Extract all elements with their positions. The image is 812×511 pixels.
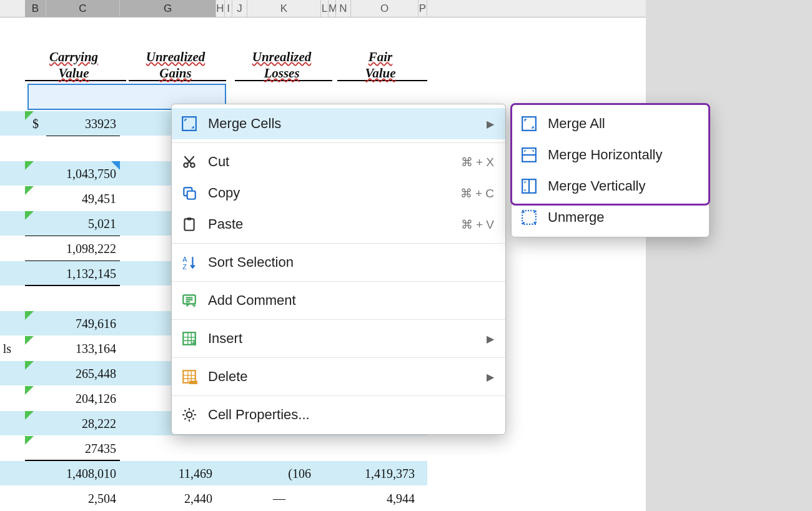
svg-text:A: A — [182, 255, 187, 263]
colhead-k[interactable]: K — [247, 0, 321, 17]
gear-icon — [181, 406, 198, 424]
cell-49451[interactable]: 49,451 — [25, 186, 120, 211]
svg-rect-0 — [182, 117, 196, 131]
cell-204126[interactable]: 204,126 — [25, 386, 120, 411]
copy-icon — [181, 184, 198, 202]
merge-submenu: Merge All Merge Horizontally Merge Verti… — [511, 104, 710, 237]
cell-1098222[interactable]: 1,098,222 — [25, 236, 120, 261]
menu-label: Cell Properties... — [208, 407, 494, 423]
menu-delete[interactable]: Delete ▶ — [172, 361, 505, 392]
submenu-merge-h[interactable]: Merge Horizontally — [512, 139, 709, 171]
svg-rect-19 — [522, 211, 536, 224]
menu-merge-cells[interactable]: Merge Cells ▶ — [172, 108, 505, 139]
cell-749616[interactable]: 749,616 — [25, 311, 120, 336]
menu-label: Merge All — [548, 116, 698, 132]
menu-cell-properties[interactable]: Cell Properties... — [172, 399, 505, 430]
context-menu: Merge Cells ▶ Cut ⌘ + X Copy ⌘ + C Paste… — [171, 104, 506, 435]
colhead-b[interactable]: B — [25, 0, 46, 17]
menu-label: Insert — [208, 330, 478, 347]
comment-icon: + — [181, 292, 198, 309]
svg-rect-4 — [187, 191, 196, 199]
menu-comment[interactable]: + Add Comment — [172, 285, 505, 316]
hdr-gains-1: Unrealized — [129, 49, 226, 65]
menu-label: Merge Cells — [208, 116, 478, 132]
insert-icon: + — [181, 330, 198, 347]
svg-point-15 — [187, 412, 192, 418]
cell-1132145[interactable]: 1,132,145 — [25, 261, 120, 286]
submenu-merge-v[interactable]: Merge Vertically — [512, 171, 709, 202]
merge-all-icon — [520, 115, 538, 132]
cell-5021[interactable]: 5,021 — [25, 211, 120, 236]
sort-icon: AZ — [181, 254, 198, 271]
submenu-arrow-icon: ▶ — [487, 371, 494, 383]
colhead-o[interactable]: O — [351, 0, 418, 17]
menu-label: Cut — [208, 154, 461, 170]
cell-2504[interactable]: 2,504 — [25, 486, 120, 511]
delete-icon — [181, 368, 198, 385]
shortcut: ⌘ + V — [461, 217, 494, 232]
menu-label: Paste — [208, 216, 461, 232]
colhead-l[interactable]: L — [321, 0, 329, 17]
cell-1408010[interactable]: 1,408,010 — [25, 461, 120, 486]
cell-1043750[interactable]: 1,043,750 — [25, 161, 120, 186]
merge-vertical-icon — [520, 177, 538, 195]
menu-label: Sort Selection — [208, 254, 494, 270]
cell-27435[interactable]: 27435 — [25, 436, 120, 461]
submenu-arrow-icon: ▶ — [487, 118, 494, 130]
cell-133164[interactable]: 133,164 — [25, 336, 120, 361]
svg-text:Z: Z — [182, 263, 187, 270]
hdr-fair-1: Fair — [337, 49, 427, 65]
menu-label: Delete — [208, 369, 478, 385]
svg-rect-14 — [189, 381, 197, 384]
svg-rect-6 — [187, 217, 192, 220]
menu-label: Copy — [208, 185, 460, 201]
hdr-loss-1: Unrealized — [235, 49, 332, 65]
colhead-p[interactable]: P — [418, 0, 427, 17]
svg-text:+: + — [192, 301, 196, 309]
svg-rect-5 — [184, 219, 194, 230]
shortcut: ⌘ + X — [461, 155, 494, 169]
colhead-c[interactable]: C — [46, 0, 120, 17]
cell-265448[interactable]: 265,448 — [25, 361, 120, 386]
submenu-unmerge[interactable]: Unmerge — [512, 202, 709, 233]
colhead-g[interactable]: G — [120, 0, 216, 17]
menu-label: Unmerge — [548, 209, 698, 226]
hdr-loss-2: Losses — [235, 65, 332, 81]
cell-28222[interactable]: 28,222 — [25, 411, 120, 436]
submenu-merge-all[interactable]: Merge All — [512, 108, 709, 139]
paste-icon — [181, 216, 198, 233]
column-headers: B C G H I J K L M N O P — [0, 0, 646, 17]
submenu-arrow-icon: ▶ — [487, 333, 494, 345]
colhead-m[interactable]: M — [329, 0, 336, 17]
menu-sort[interactable]: AZ Sort Selection — [172, 247, 505, 278]
hdr-gains-2: Gains — [129, 65, 226, 81]
menu-cut[interactable]: Cut ⌘ + X — [172, 146, 505, 177]
cell-left-partial: ls — [0, 336, 12, 361]
merge-horizontal-icon — [520, 146, 538, 164]
merge-cells-icon — [181, 115, 198, 132]
svg-text:+: + — [191, 338, 196, 347]
cut-icon — [181, 153, 198, 171]
cell-dash[interactable]: — — [247, 486, 315, 511]
hdr-carrying-2: Value — [25, 65, 126, 81]
colhead-i[interactable]: I — [225, 0, 232, 17]
cell-2440[interactable]: 2,440 — [120, 486, 216, 511]
colhead-h[interactable]: H — [216, 0, 225, 17]
menu-copy[interactable]: Copy ⌘ + C — [172, 177, 505, 209]
colhead-j[interactable]: J — [232, 0, 247, 17]
cell-11469[interactable]: 11,469 — [120, 461, 216, 486]
unmerge-icon — [520, 209, 538, 226]
cell-106[interactable]: (106 — [247, 461, 315, 486]
cell-33923[interactable]: 33923 — [46, 111, 120, 136]
menu-label: Merge Horizontally — [548, 147, 698, 163]
shortcut: ⌘ + C — [460, 186, 494, 201]
menu-label: Merge Vertically — [548, 178, 698, 194]
hdr-carrying-1: Carrying — [25, 49, 126, 65]
colhead-n[interactable]: N — [336, 0, 351, 17]
menu-label: Add Comment — [208, 292, 494, 309]
menu-insert[interactable]: + Insert ▶ — [172, 323, 505, 354]
cell-4944[interactable]: 4,944 — [351, 486, 418, 511]
cell-1419373[interactable]: 1,419,373 — [351, 461, 418, 486]
hdr-fair-2: Value — [337, 65, 427, 81]
menu-paste[interactable]: Paste ⌘ + V — [172, 209, 505, 240]
